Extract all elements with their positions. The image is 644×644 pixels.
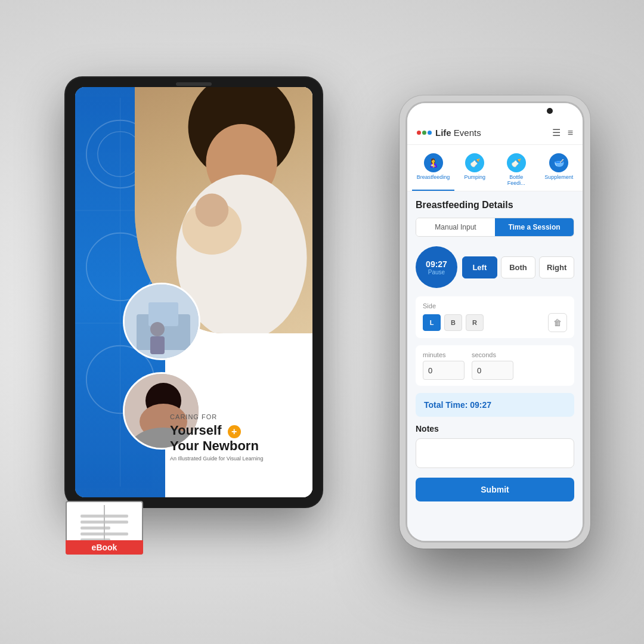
svg-point-11 [195, 194, 228, 227]
timer-pause-label: Pause [428, 269, 445, 275]
ebook-line-3 [80, 527, 110, 530]
tab-bottle-label: Bottle Feedi... [500, 174, 532, 186]
chip-B[interactable]: B [444, 314, 462, 331]
tab-pumping[interactable]: 🍼 Pumping [457, 150, 493, 191]
minutes-label: minutes [423, 351, 465, 358]
chip-R[interactable]: R [466, 314, 484, 331]
app-title: Life Events [435, 128, 481, 138]
trash-icon: 🗑 [553, 318, 562, 327]
nav-tabs: 🤱 Breastfeeding 🍼 Pumping 🍼 Bottle Feedi… [407, 145, 583, 191]
breastfeeding-icon: 🤱 [424, 153, 443, 172]
time-session-button[interactable]: Time a Session [495, 218, 574, 236]
left-side-button[interactable]: Left [462, 256, 497, 278]
phone-frame: Life Events ☰ ≡ 🤱 Breastfeeding [400, 95, 590, 549]
book-caring-label: CARING FOR [170, 413, 301, 420]
timer-side-row: 09:27 Pause Left Both Right [416, 246, 574, 288]
delete-button[interactable]: 🗑 [548, 313, 567, 332]
ebook-badge: eBook [66, 501, 143, 561]
logo-dot-blue [428, 131, 432, 135]
svg-point-15 [150, 322, 165, 336]
status-bar [407, 103, 583, 121]
tab-bottle-feeding[interactable]: 🍼 Bottle Feedi... [495, 150, 537, 191]
app-content: Breastfeeding Details Manual Input Time … [407, 191, 583, 541]
ebook-label: eBook [66, 540, 143, 555]
phone-screen: Life Events ☰ ≡ 🤱 Breastfeeding [407, 103, 583, 541]
phone-inner-ring: Life Events ☰ ≡ 🤱 Breastfeeding [405, 101, 584, 543]
book-text-area: CARING FOR Yourself + Your Newborn An Il… [170, 413, 301, 462]
notes-section: Notes [416, 424, 574, 470]
total-time-display: Total Time: 09:27 [416, 393, 574, 417]
tab-breastfeeding-label: Breastfeeding [417, 174, 450, 180]
time-fields-labels: minutes seconds [423, 351, 567, 358]
side-chips-row: L B R 🗑 [423, 313, 567, 332]
manual-input-button[interactable]: Manual Input [416, 218, 495, 236]
menu-icon[interactable]: ≡ [568, 128, 573, 138]
logo-dot-red [417, 131, 421, 135]
seconds-input[interactable] [472, 361, 513, 380]
book-subtitle: An Illustrated Guide for Visual Learning [170, 456, 301, 462]
app-header: Life Events ☰ ≡ [407, 121, 583, 145]
both-side-button[interactable]: Both [501, 256, 536, 278]
side-buttons: Left Both Right [462, 256, 574, 278]
front-camera [547, 108, 553, 114]
timer-button[interactable]: 09:27 Pause [416, 246, 457, 288]
bottle-feeding-icon: 🍼 [507, 153, 526, 172]
minutes-input[interactable] [423, 361, 465, 380]
phone-device: Life Events ☰ ≡ 🤱 Breastfeeding [400, 95, 590, 549]
tab-supplement[interactable]: 🥣 Supplement [540, 150, 578, 191]
list-icon[interactable]: ☰ [552, 127, 561, 138]
tab-breastfeeding[interactable]: 🤱 Breastfeeding [412, 150, 454, 191]
submit-button[interactable]: Submit [416, 478, 574, 501]
book-title: Yourself + Your Newborn [170, 423, 301, 453]
timer-display: 09:27 [426, 259, 447, 269]
side-field: Side L B R 🗑 [416, 296, 574, 338]
supplement-icon: 🥣 [549, 153, 568, 172]
tablet-screen: CARING FOR Yourself + Your Newborn An Il… [75, 87, 312, 497]
tablet-device: CARING FOR Yourself + Your Newborn An Il… [66, 78, 322, 507]
logo-dots [417, 131, 432, 135]
notes-label: Notes [416, 424, 574, 434]
side-chips-group: L B R [423, 314, 484, 331]
ebook-icon: eBook [66, 501, 143, 555]
circle-photo-nursery [123, 283, 200, 360]
svg-rect-14 [148, 302, 178, 326]
time-fields: minutes seconds [416, 345, 574, 386]
side-label: Side [423, 302, 567, 309]
book-plus-icon: + [228, 425, 241, 438]
logo-dot-green [422, 131, 426, 135]
tab-pumping-label: Pumping [464, 174, 485, 180]
scene: CARING FOR Yourself + Your Newborn An Il… [48, 48, 596, 596]
header-icons: ☰ ≡ [552, 127, 573, 138]
notes-input[interactable] [416, 438, 574, 468]
mode-buttons: Manual Input Time a Session [416, 218, 574, 237]
tablet-frame: CARING FOR Yourself + Your Newborn An Il… [66, 78, 322, 507]
pumping-icon: 🍼 [465, 153, 484, 172]
app-logo: Life Events [417, 128, 481, 138]
time-inputs [423, 361, 567, 380]
tab-supplement-label: Supplement [544, 174, 573, 180]
section-title: Breastfeeding Details [416, 200, 574, 210]
book-cover: CARING FOR Yourself + Your Newborn An Il… [75, 87, 312, 497]
seconds-label: seconds [472, 351, 513, 358]
svg-rect-16 [150, 336, 165, 354]
chip-L[interactable]: L [423, 314, 441, 331]
right-side-button[interactable]: Right [539, 256, 574, 278]
